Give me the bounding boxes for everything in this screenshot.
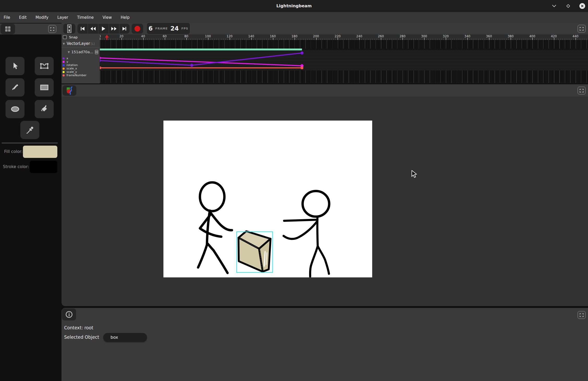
property-row-y[interactable]: y bbox=[63, 60, 87, 63]
property-label: y bbox=[66, 60, 68, 63]
tool-rectangle-button[interactable] bbox=[35, 78, 54, 97]
collapse-triangle-icon[interactable]: ▼ bbox=[63, 42, 65, 45]
property-color-dot bbox=[63, 61, 65, 63]
property-label: rotation bbox=[66, 63, 78, 67]
ruler-label: 120 bbox=[226, 34, 232, 38]
ruler-label: 340 bbox=[464, 34, 470, 38]
minimize-icon[interactable] bbox=[550, 2, 558, 10]
ruler-label: 280 bbox=[400, 34, 406, 38]
fill-color-swatch[interactable] bbox=[23, 146, 57, 158]
maximize-icon[interactable] bbox=[565, 2, 572, 10]
canvas-tab-bar bbox=[62, 84, 588, 97]
canvas-tab-button[interactable] bbox=[63, 85, 76, 96]
layer-row-object[interactable]: ▼ 151ad70a... ~ bbox=[62, 48, 100, 56]
select-arrow-icon bbox=[11, 62, 19, 70]
menu-item-layer[interactable]: Layer bbox=[57, 14, 69, 21]
keyframe-square[interactable] bbox=[301, 67, 303, 69]
keyframe-dot[interactable] bbox=[100, 57, 101, 59]
tool-transform-button[interactable] bbox=[35, 57, 54, 75]
ruler-label: 40 bbox=[141, 34, 145, 38]
close-icon[interactable] bbox=[579, 2, 586, 10]
fps-value[interactable]: 24 bbox=[170, 25, 179, 32]
menu-item-help[interactable]: Help bbox=[120, 14, 130, 21]
tools-panel-header bbox=[0, 23, 62, 34]
tools-grid-button[interactable] bbox=[1, 24, 15, 34]
skip-to-start-button[interactable] bbox=[77, 24, 88, 34]
selected-object-label: Selected Object bbox=[64, 335, 99, 340]
stroke-color-swatch[interactable] bbox=[30, 161, 57, 173]
keyframe-square[interactable] bbox=[100, 67, 101, 69]
inspector-expand-button[interactable] bbox=[578, 311, 586, 319]
fps-label: FPS bbox=[181, 27, 188, 30]
canvas-expand-button[interactable] bbox=[578, 87, 586, 94]
property-color-dot bbox=[63, 74, 65, 76]
collapse-triangle-icon[interactable]: ▼ bbox=[68, 51, 70, 53]
property-row-scale_x[interactable]: scale_x bbox=[63, 67, 87, 70]
snap-toggle[interactable]: Snap bbox=[62, 34, 100, 40]
animation-curves[interactable] bbox=[100, 40, 588, 84]
playback-controls bbox=[77, 24, 130, 34]
artboard[interactable] bbox=[163, 121, 372, 277]
rectangle-icon bbox=[40, 84, 49, 91]
ruler-label: 0 bbox=[100, 34, 101, 38]
keyframe-dot[interactable] bbox=[301, 51, 304, 55]
current-frame-value[interactable]: 6 bbox=[149, 25, 153, 32]
stick-figure-left bbox=[198, 182, 232, 273]
property-row-scale_y[interactable]: scale_y bbox=[63, 70, 87, 74]
tools-divider bbox=[2, 142, 58, 144]
ruler-label: 160 bbox=[270, 34, 276, 38]
tool-select-button[interactable] bbox=[5, 57, 24, 75]
expand-icon bbox=[580, 27, 584, 31]
grid-icon bbox=[5, 26, 11, 32]
property-color-dot bbox=[63, 64, 65, 66]
fast-forward-button[interactable] bbox=[109, 24, 119, 34]
tool-eyedropper-button[interactable] bbox=[20, 121, 39, 139]
timeline-ruler[interactable]: 0204060801001201401601802002202402602803… bbox=[100, 34, 588, 40]
menu-item-edit[interactable]: Edit bbox=[19, 14, 27, 21]
property-color-dot bbox=[63, 71, 65, 73]
selected-object-input[interactable]: box bbox=[103, 333, 147, 342]
playhead-arrow-icon bbox=[105, 35, 109, 38]
layer-span-bar[interactable] bbox=[100, 49, 302, 50]
title-bar: Lightningbeam bbox=[0, 0, 588, 12]
property-row-rotation[interactable]: rotation bbox=[63, 63, 87, 67]
playhead[interactable] bbox=[107, 35, 109, 40]
menu-bar: FileEditModifyLayerTimelineViewHelp bbox=[0, 12, 588, 23]
snap-checkbox[interactable] bbox=[63, 35, 67, 39]
layer-name: VectorLayer bbox=[67, 41, 90, 46]
keyframe-dot[interactable] bbox=[100, 59, 101, 62]
menu-item-view[interactable]: View bbox=[102, 14, 112, 21]
timeline-expand-button[interactable] bbox=[578, 25, 586, 33]
stick-figure-right bbox=[284, 191, 329, 277]
film-roll-button[interactable] bbox=[63, 24, 75, 34]
box-object bbox=[238, 231, 271, 272]
record-button[interactable] bbox=[132, 24, 143, 34]
menu-item-modify[interactable]: Modify bbox=[35, 14, 49, 21]
property-color-dot bbox=[63, 68, 65, 70]
ruler-label: 60 bbox=[163, 34, 167, 38]
tool-pencil-button[interactable] bbox=[5, 78, 24, 97]
mouse-cursor bbox=[411, 170, 418, 180]
menu-item-timeline[interactable]: Timeline bbox=[77, 14, 94, 21]
property-label: scale_y bbox=[66, 70, 77, 74]
tool-paint-bucket-button[interactable] bbox=[35, 100, 54, 118]
info-tab-button[interactable] bbox=[62, 308, 76, 320]
snap-label: Snap bbox=[69, 35, 78, 39]
ruler-label: 80 bbox=[184, 34, 188, 38]
rewind-button[interactable] bbox=[88, 24, 98, 34]
layer-swatch-button[interactable] bbox=[95, 50, 98, 54]
info-icon bbox=[65, 311, 73, 318]
record-icon bbox=[134, 26, 140, 32]
tool-ellipse-button[interactable] bbox=[5, 100, 24, 118]
property-row-frameNumber[interactable]: frameNumber bbox=[63, 74, 87, 77]
layer-row-vectorlayer[interactable]: ▼ VectorLayer [L] bbox=[62, 40, 100, 47]
skip-to-end-button[interactable] bbox=[119, 24, 130, 34]
keyframe-dot[interactable] bbox=[190, 64, 193, 67]
play-button[interactable] bbox=[98, 24, 109, 34]
tools-expand-button[interactable] bbox=[48, 25, 56, 33]
app-window: Lightningbeam FileEditModifyLayerTimelin… bbox=[0, 0, 588, 381]
property-row-x[interactable]: x bbox=[63, 57, 87, 60]
scene-drawing bbox=[163, 121, 372, 277]
menu-item-file[interactable]: File bbox=[3, 14, 11, 21]
frames-area[interactable] bbox=[100, 40, 588, 84]
